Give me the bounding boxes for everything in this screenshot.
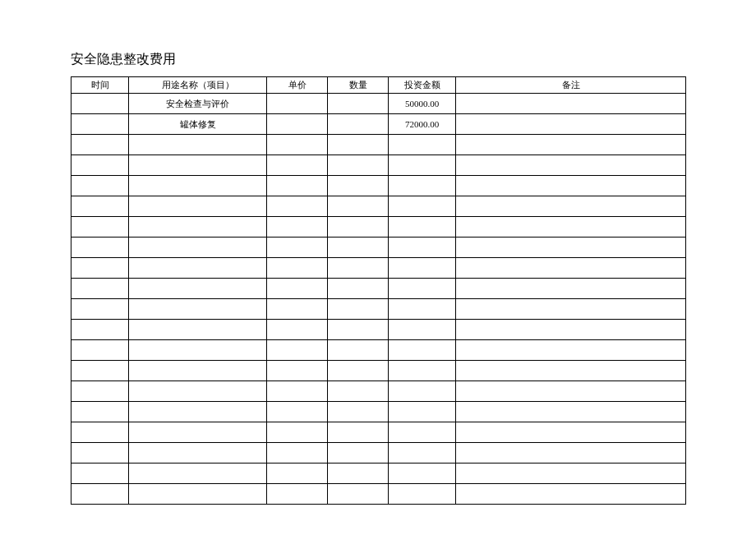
cell-remark — [456, 443, 686, 464]
cell-name — [129, 238, 267, 258]
cell-amount — [389, 196, 456, 217]
table-row — [71, 422, 686, 443]
table-row — [71, 320, 686, 340]
cell-remark — [456, 484, 686, 505]
cell-price — [267, 464, 328, 484]
cell-remark — [456, 155, 686, 176]
cell-remark — [456, 299, 686, 320]
cell-remark — [456, 340, 686, 361]
cell-time — [71, 217, 129, 238]
cell-price — [267, 217, 328, 238]
cell-name — [129, 340, 267, 361]
cell-qty — [328, 484, 389, 505]
table-row — [71, 484, 686, 505]
cell-time — [71, 258, 129, 279]
table-row — [71, 340, 686, 361]
cell-name — [129, 299, 267, 320]
table-row — [71, 238, 686, 258]
header-name: 用途名称（项目） — [129, 77, 267, 94]
cell-time — [71, 464, 129, 484]
cell-time — [71, 484, 129, 505]
cell-remark — [456, 279, 686, 299]
table-body: 安全检查与评价50000.00罐体修复72000.00 — [71, 94, 686, 505]
cell-name — [129, 279, 267, 299]
table-row — [71, 464, 686, 484]
cell-name — [129, 217, 267, 238]
cell-amount: 50000.00 — [389, 94, 456, 114]
cell-name — [129, 176, 267, 196]
cell-name — [129, 402, 267, 422]
table-row — [71, 258, 686, 279]
cell-time — [71, 402, 129, 422]
cell-remark — [456, 94, 686, 114]
cell-remark — [456, 381, 686, 402]
cell-remark — [456, 258, 686, 279]
cell-qty — [328, 114, 389, 135]
cell-price — [267, 484, 328, 505]
cell-qty — [328, 361, 389, 381]
cell-qty — [328, 464, 389, 484]
table-row — [71, 443, 686, 464]
cell-remark — [456, 238, 686, 258]
cell-amount — [389, 361, 456, 381]
header-remark: 备注 — [456, 77, 686, 94]
cell-qty — [328, 258, 389, 279]
table-row — [71, 402, 686, 422]
cell-name — [129, 135, 267, 155]
cell-time — [71, 176, 129, 196]
cell-remark — [456, 464, 686, 484]
cell-price — [267, 340, 328, 361]
header-amount: 投资金额 — [389, 77, 456, 94]
cell-time — [71, 135, 129, 155]
table-header-row: 时间 用途名称（项目） 单价 数量 投资金额 备注 — [71, 77, 686, 94]
cell-name — [129, 484, 267, 505]
cell-time — [71, 94, 129, 114]
table-row: 罐体修复72000.00 — [71, 114, 686, 135]
cell-time — [71, 238, 129, 258]
cell-qty — [328, 196, 389, 217]
cell-time — [71, 443, 129, 464]
cell-qty — [328, 422, 389, 443]
cell-price — [267, 361, 328, 381]
cell-qty — [328, 176, 389, 196]
cell-remark — [456, 135, 686, 155]
cell-qty — [328, 402, 389, 422]
cell-price — [267, 279, 328, 299]
cell-name — [129, 258, 267, 279]
cell-name: 安全检查与评价 — [129, 94, 267, 114]
cell-amount — [389, 402, 456, 422]
cell-time — [71, 320, 129, 340]
cell-name — [129, 320, 267, 340]
cell-amount — [389, 422, 456, 443]
cell-price — [267, 196, 328, 217]
cell-name — [129, 155, 267, 176]
cell-price — [267, 114, 328, 135]
cell-qty — [328, 299, 389, 320]
page-title: 安全隐患整改费用 — [71, 51, 685, 68]
cell-amount — [389, 320, 456, 340]
cell-amount — [389, 340, 456, 361]
cell-qty — [328, 340, 389, 361]
cell-time — [71, 381, 129, 402]
cell-name — [129, 464, 267, 484]
cell-price — [267, 443, 328, 464]
cell-amount — [389, 176, 456, 196]
cell-amount — [389, 464, 456, 484]
cell-price — [267, 299, 328, 320]
table-row — [71, 155, 686, 176]
cell-amount — [389, 443, 456, 464]
cell-name: 罐体修复 — [129, 114, 267, 135]
cell-qty — [328, 238, 389, 258]
cell-name — [129, 381, 267, 402]
cell-price — [267, 238, 328, 258]
cell-time — [71, 299, 129, 320]
table-row — [71, 299, 686, 320]
cell-price — [267, 94, 328, 114]
cell-price — [267, 135, 328, 155]
cell-amount — [389, 217, 456, 238]
cell-qty — [328, 155, 389, 176]
cell-amount — [389, 135, 456, 155]
cell-remark — [456, 176, 686, 196]
cell-amount — [389, 299, 456, 320]
table-row — [71, 196, 686, 217]
